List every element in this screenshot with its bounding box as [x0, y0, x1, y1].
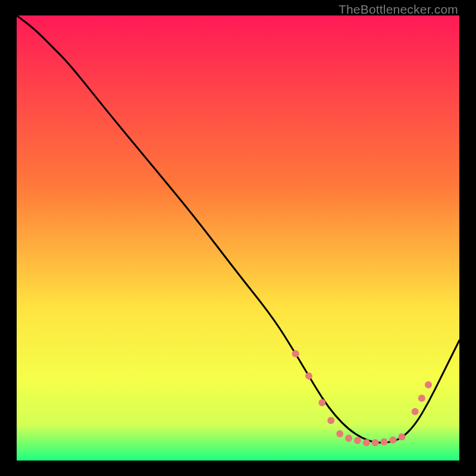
chart-frame — [17, 15, 459, 461]
marker-dot — [318, 399, 325, 406]
marker-dot — [412, 408, 419, 415]
marker-dot — [336, 430, 343, 437]
bottleneck-chart — [17, 15, 459, 461]
marker-dot — [345, 435, 352, 442]
marker-dot — [418, 394, 425, 402]
marker-dot — [305, 372, 312, 380]
marker-dot — [372, 439, 379, 446]
marker-dot — [292, 350, 299, 357]
marker-dot — [327, 417, 334, 424]
marker-dot — [398, 433, 405, 440]
watermark-text: TheBottlenecker.com — [339, 2, 458, 17]
marker-dot — [425, 381, 432, 389]
marker-dot — [389, 437, 396, 444]
marker-dot — [363, 439, 370, 446]
marker-dot — [354, 437, 361, 444]
marker-dot — [381, 439, 388, 446]
